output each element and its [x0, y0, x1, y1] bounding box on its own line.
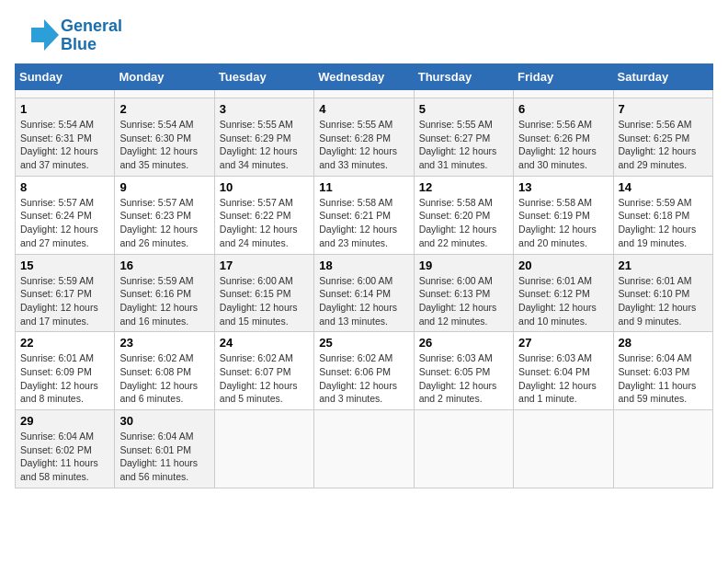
calendar-cell: 17Sunrise: 6:00 AM Sunset: 6:15 PM Dayli…: [214, 254, 313, 332]
logo: GeneralBlue: [15, 15, 122, 56]
day-info: Sunrise: 6:01 AM Sunset: 6:09 PM Dayligh…: [20, 351, 109, 406]
weekday-header-row: SundayMondayTuesdayWednesdayThursdayFrid…: [16, 64, 713, 90]
calendar-cell: 23Sunrise: 6:02 AM Sunset: 6:08 PM Dayli…: [115, 332, 214, 410]
calendar-cell: [214, 410, 313, 488]
calendar-cell: 12Sunrise: 5:58 AM Sunset: 6:20 PM Dayli…: [414, 176, 513, 254]
calendar-cell: 10Sunrise: 5:57 AM Sunset: 6:22 PM Dayli…: [214, 176, 313, 254]
day-info: Sunrise: 5:59 AM Sunset: 6:17 PM Dayligh…: [20, 274, 109, 328]
calendar-cell: 29Sunrise: 6:04 AM Sunset: 6:02 PM Dayli…: [16, 410, 115, 488]
calendar-cell: 8Sunrise: 5:57 AM Sunset: 6:24 PM Daylig…: [16, 176, 115, 254]
day-number: 21: [619, 259, 708, 272]
day-info: Sunrise: 6:04 AM Sunset: 6:01 PM Dayligh…: [119, 430, 209, 484]
day-number: 24: [220, 336, 309, 350]
day-number: 9: [119, 180, 209, 194]
calendar-week-row: [16, 90, 713, 98]
day-number: 13: [518, 180, 608, 194]
day-info: Sunrise: 6:01 AM Sunset: 6:10 PM Dayligh…: [619, 274, 708, 328]
day-info: Sunrise: 6:00 AM Sunset: 6:15 PM Dayligh…: [220, 274, 309, 328]
day-info: Sunrise: 5:57 AM Sunset: 6:23 PM Dayligh…: [119, 196, 209, 250]
calendar-cell: 22Sunrise: 6:01 AM Sunset: 6:09 PM Dayli…: [16, 332, 115, 410]
calendar-week-row: 22Sunrise: 6:01 AM Sunset: 6:09 PM Dayli…: [16, 332, 713, 410]
calendar-week-row: 29Sunrise: 6:04 AM Sunset: 6:02 PM Dayli…: [16, 410, 713, 488]
weekday-sunday: Sunday: [16, 64, 115, 90]
day-info: Sunrise: 6:03 AM Sunset: 6:04 PM Dayligh…: [518, 351, 608, 406]
day-info: Sunrise: 6:00 AM Sunset: 6:13 PM Dayligh…: [419, 274, 508, 328]
day-info: Sunrise: 5:57 AM Sunset: 6:24 PM Dayligh…: [20, 196, 109, 250]
day-info: Sunrise: 5:55 AM Sunset: 6:29 PM Dayligh…: [220, 118, 309, 172]
calendar-cell: 16Sunrise: 5:59 AM Sunset: 6:16 PM Dayli…: [115, 254, 214, 332]
calendar-cell: 27Sunrise: 6:03 AM Sunset: 6:04 PM Dayli…: [514, 332, 613, 410]
calendar-header: SundayMondayTuesdayWednesdayThursdayFrid…: [16, 64, 713, 90]
day-number: 8: [20, 180, 109, 194]
calendar-cell: 14Sunrise: 5:59 AM Sunset: 6:18 PM Dayli…: [613, 176, 712, 254]
day-info: Sunrise: 6:04 AM Sunset: 6:02 PM Dayligh…: [20, 430, 109, 484]
calendar-cell: 7Sunrise: 5:56 AM Sunset: 6:25 PM Daylig…: [613, 98, 712, 177]
calendar-cell: [613, 410, 712, 488]
logo-general: General: [61, 17, 122, 36]
calendar-cell: 18Sunrise: 6:00 AM Sunset: 6:14 PM Dayli…: [314, 254, 414, 332]
calendar-cell: 13Sunrise: 5:58 AM Sunset: 6:19 PM Dayli…: [514, 176, 613, 254]
day-number: 16: [119, 259, 209, 272]
day-info: Sunrise: 5:55 AM Sunset: 6:27 PM Dayligh…: [419, 118, 508, 172]
calendar-table: SundayMondayTuesdayWednesdayThursdayFrid…: [15, 63, 713, 488]
calendar-cell: [514, 410, 613, 488]
day-number: 11: [319, 180, 408, 194]
calendar-week-row: 8Sunrise: 5:57 AM Sunset: 6:24 PM Daylig…: [16, 176, 713, 254]
day-info: Sunrise: 5:54 AM Sunset: 6:31 PM Dayligh…: [20, 118, 109, 172]
page-header: GeneralBlue: [15, 15, 713, 56]
calendar-week-row: 1Sunrise: 5:54 AM Sunset: 6:31 PM Daylig…: [16, 98, 713, 177]
calendar-cell: [115, 90, 214, 98]
calendar-cell: 26Sunrise: 6:03 AM Sunset: 6:05 PM Dayli…: [414, 332, 513, 410]
day-number: 26: [419, 336, 508, 350]
day-info: Sunrise: 5:59 AM Sunset: 6:18 PM Dayligh…: [619, 196, 708, 250]
calendar-cell: 11Sunrise: 5:58 AM Sunset: 6:21 PM Dayli…: [314, 176, 414, 254]
weekday-tuesday: Tuesday: [214, 64, 313, 90]
day-number: 19: [419, 259, 508, 272]
day-number: 4: [319, 102, 408, 116]
calendar-cell: [16, 90, 115, 98]
calendar-week-row: 15Sunrise: 5:59 AM Sunset: 6:17 PM Dayli…: [16, 254, 713, 332]
day-info: Sunrise: 5:58 AM Sunset: 6:19 PM Dayligh…: [518, 196, 608, 250]
calendar-cell: [314, 90, 414, 98]
weekday-saturday: Saturday: [613, 64, 712, 90]
calendar-cell: 20Sunrise: 6:01 AM Sunset: 6:12 PM Dayli…: [514, 254, 613, 332]
calendar-cell: 30Sunrise: 6:04 AM Sunset: 6:01 PM Dayli…: [115, 410, 214, 488]
day-number: 20: [518, 259, 608, 272]
day-number: 12: [419, 180, 508, 194]
calendar-cell: 3Sunrise: 5:55 AM Sunset: 6:29 PM Daylig…: [214, 98, 313, 177]
day-number: 6: [518, 102, 608, 116]
calendar-cell: [414, 410, 513, 488]
calendar-cell: 2Sunrise: 5:54 AM Sunset: 6:30 PM Daylig…: [115, 98, 214, 177]
day-number: 29: [20, 414, 109, 428]
svg-rect-1: [31, 28, 48, 42]
calendar-cell: 19Sunrise: 6:00 AM Sunset: 6:13 PM Dayli…: [414, 254, 513, 332]
day-number: 18: [319, 259, 408, 272]
calendar-cell: 5Sunrise: 5:55 AM Sunset: 6:27 PM Daylig…: [414, 98, 513, 177]
day-info: Sunrise: 5:56 AM Sunset: 6:26 PM Dayligh…: [518, 118, 608, 172]
calendar-cell: 9Sunrise: 5:57 AM Sunset: 6:23 PM Daylig…: [115, 176, 214, 254]
calendar-body: 1Sunrise: 5:54 AM Sunset: 6:31 PM Daylig…: [16, 90, 713, 488]
calendar-cell: [514, 90, 613, 98]
weekday-thursday: Thursday: [414, 64, 513, 90]
day-number: 15: [20, 259, 109, 272]
calendar-cell: 24Sunrise: 6:02 AM Sunset: 6:07 PM Dayli…: [214, 332, 313, 410]
calendar-cell: 4Sunrise: 5:55 AM Sunset: 6:28 PM Daylig…: [314, 98, 414, 177]
day-info: Sunrise: 6:04 AM Sunset: 6:03 PM Dayligh…: [619, 351, 708, 406]
calendar-cell: 15Sunrise: 5:59 AM Sunset: 6:17 PM Dayli…: [16, 254, 115, 332]
calendar-cell: 6Sunrise: 5:56 AM Sunset: 6:26 PM Daylig…: [514, 98, 613, 177]
day-number: 28: [619, 336, 708, 350]
calendar-cell: 21Sunrise: 6:01 AM Sunset: 6:10 PM Dayli…: [613, 254, 712, 332]
day-info: Sunrise: 5:56 AM Sunset: 6:25 PM Dayligh…: [619, 118, 708, 172]
day-number: 10: [220, 180, 309, 194]
day-info: Sunrise: 5:57 AM Sunset: 6:22 PM Dayligh…: [220, 196, 309, 250]
calendar-cell: [314, 410, 414, 488]
day-number: 23: [119, 336, 209, 350]
day-number: 27: [518, 336, 608, 350]
day-info: Sunrise: 6:03 AM Sunset: 6:05 PM Dayligh…: [419, 351, 508, 406]
calendar-cell: [214, 90, 313, 98]
day-info: Sunrise: 6:00 AM Sunset: 6:14 PM Dayligh…: [319, 274, 408, 328]
day-number: 25: [319, 336, 408, 350]
calendar-cell: 28Sunrise: 6:04 AM Sunset: 6:03 PM Dayli…: [613, 332, 712, 410]
calendar-cell: 1Sunrise: 5:54 AM Sunset: 6:31 PM Daylig…: [16, 98, 115, 177]
day-info: Sunrise: 5:59 AM Sunset: 6:16 PM Dayligh…: [119, 274, 209, 328]
